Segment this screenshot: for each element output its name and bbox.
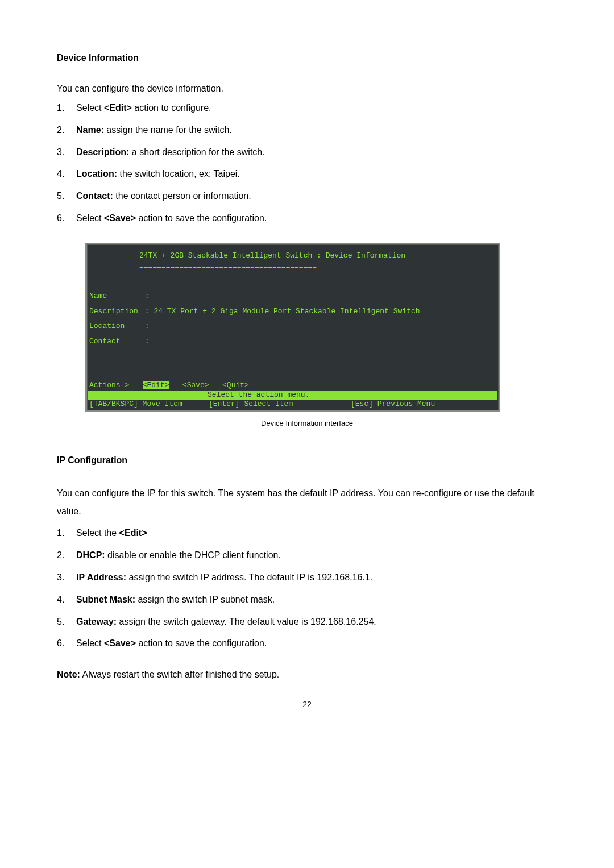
item-bold: <Edit> [119,528,147,538]
item-text-suffix: disable or enable the DHCP client functi… [105,550,281,560]
terminal-actions: Actions-> <Edit> <Save> <Quit> [88,380,497,391]
section1-intro: You can configure the device information… [57,82,557,95]
item-text-prefix: Select [76,638,104,648]
item-label: Contact: [76,191,113,201]
item-num: 2. [57,122,64,139]
terminal-screenshot: 24TX + 2GB Stackable Intelligent Switch … [85,243,500,412]
item-num: 2. [57,547,64,564]
item-text-suffix: action to save the configuration. [136,638,267,648]
terminal-caption: Device Information interface [57,418,557,429]
section2-note: Note: Always restart the switch after fi… [57,668,557,682]
list-item: 4. Subnet Mask: assign the switch IP sub… [57,592,557,608]
terminal-loc-row: Location : [88,321,497,333]
item-label: Name: [76,125,104,135]
terminal-loc-value: : [145,322,150,330]
item-label: Subnet Mask: [76,595,135,604]
terminal-loc-label: Location [89,321,140,333]
terminal-contact-value: : [145,337,150,346]
list-item: 3. Description: a short description for … [57,144,557,161]
terminal-title: 24TX + 2GB Stackable Intelligent Switch … [88,250,497,261]
item-text-suffix: action to save the configuration. [136,213,267,223]
item-label: Description: [76,147,129,157]
item-text-prefix: Select [76,103,104,113]
list-item: 1. Select <Edit> action to configure. [57,100,557,117]
item-text-suffix: assign the switch IP subnet mask. [135,595,275,604]
item-text-prefix: Select the [76,528,119,538]
item-label: DHCP: [76,550,105,560]
note-label: Note: [57,670,80,679]
list-item: 5. Contact: the contact person or inform… [57,188,557,205]
item-text-suffix: assign the switch gateway. The default v… [117,617,376,626]
action-edit: <Edit> [143,381,169,389]
terminal-desc-row: Description : 24 TX Port + 2 Giga Module… [88,306,497,318]
list-item: 2. DHCP: disable or enable the DHCP clie… [57,547,557,564]
terminal-desc-label: Description [89,306,140,318]
item-num: 3. [57,570,64,586]
item-text-suffix: assign the switch IP address. The defaul… [126,572,372,582]
hint-prev: [Esc] Previous Menu [351,400,435,409]
item-text-suffix: the switch location, ex: Taipei. [117,169,240,178]
terminal-name-label: Name [89,290,140,302]
section2-heading: IP Configuration [57,454,557,467]
terminal-contact-row: Contact : [88,336,497,348]
terminal-contact-label: Contact [89,336,140,348]
list-item: 6. Select <Save> action to save the conf… [57,636,557,652]
section2-intro: You can configure the IP for this switch… [57,484,557,521]
terminal-select-msg: Select the action menu. [88,391,497,400]
item-label: IP Address: [76,572,126,582]
actions-prefix: Actions-> [89,381,129,389]
section2-list: 1. Select the <Edit> 2. DHCP: disable or… [57,525,557,652]
item-num: 5. [57,188,64,205]
item-num: 3. [57,144,64,161]
terminal-desc-value: : 24 TX Port + 2 Giga Module Port Stacka… [145,307,420,315]
terminal-divider: ======================================== [88,263,497,275]
item-label: Location: [76,169,117,178]
item-label: Gateway: [76,617,117,626]
list-item: 2. Name: assign the name for the switch. [57,122,557,139]
item-num: 4. [57,592,64,608]
list-item: 3. IP Address: assign the switch IP addr… [57,570,557,586]
section1-list: 1. Select <Edit> action to configure. 2.… [57,100,557,227]
item-text-suffix: action to configure. [132,103,211,113]
action-quit: <Quit> [222,381,249,389]
page-number: 22 [57,699,557,711]
terminal-name-row: Name : [88,290,497,302]
item-text-suffix: the contact person or information. [113,191,251,201]
list-item: 1. Select the <Edit> [57,525,557,542]
item-bold: <Save> [104,638,136,648]
list-item: 4. Location: the switch location, ex: Ta… [57,166,557,182]
hint-select: [Enter] Select Item [209,400,351,409]
terminal-footer: Actions-> <Edit> <Save> <Quit> Select th… [88,380,497,410]
list-item: 5. Gateway: assign the switch gateway. T… [57,614,557,630]
item-num: 5. [57,614,64,630]
item-num: 4. [57,166,64,182]
item-num: 1. [57,525,64,542]
item-num: 6. [57,210,64,227]
section1-heading: Device Information [57,51,557,65]
hint-move: [TAB/BKSPC] Move Item [89,400,209,409]
note-text: Always restart the switch after finished… [80,670,279,679]
item-text-suffix: assign the name for the switch. [104,125,232,135]
item-num: 6. [57,636,64,652]
terminal-name-value: : [145,292,150,300]
item-bold: <Save> [104,213,136,223]
action-save: <Save> [182,381,209,389]
terminal-spacer [88,351,497,380]
item-bold: <Edit> [104,103,132,113]
item-num: 1. [57,100,64,117]
terminal-hints: [TAB/BKSPC] Move Item [Enter] Select Ite… [88,400,497,410]
list-item: 6. Select <Save> action to save the conf… [57,210,557,227]
item-text-suffix: a short description for the switch. [129,147,264,157]
item-text-prefix: Select [76,213,104,223]
